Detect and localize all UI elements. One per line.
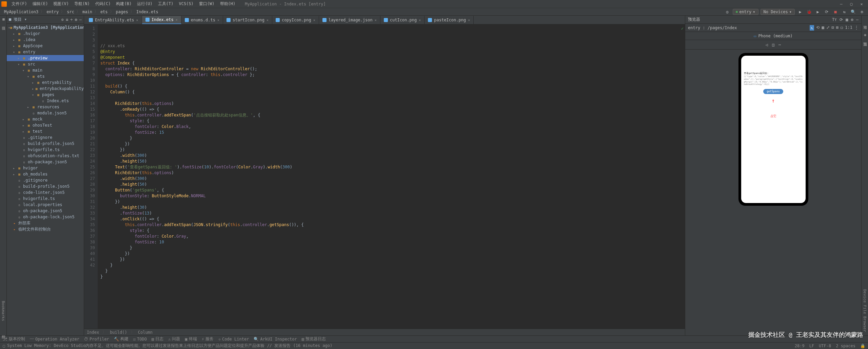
tree-node[interactable]: ▾■pages (7, 92, 84, 98)
refresh-icon[interactable]: ⟳ (840, 17, 843, 22)
tool-window-button[interactable]: 🔍 ArkUI Inspector (254, 337, 297, 342)
tree-node[interactable]: ▫obfuscation-rules.txt (7, 153, 84, 159)
menu-item[interactable]: 窗口(W) (196, 1, 217, 7)
code-content[interactable]: ✓ // xxx.ets@Entry@Componentstruct Index… (98, 24, 685, 329)
tool-window-button[interactable]: ⟐ Code Linter (218, 337, 249, 342)
run-button[interactable]: ▶ (797, 8, 804, 15)
close-button[interactable]: ✕ (856, 1, 867, 7)
collapse-all-icon[interactable]: ÷ (70, 17, 73, 22)
tree-node[interactable]: ▸■.preview (7, 55, 84, 61)
menu-item[interactable]: 运行(U) (134, 1, 155, 7)
debug-button[interactable]: 🐞 (806, 8, 812, 15)
fit-icon[interactable]: ◻ (841, 25, 843, 31)
stop-button[interactable]: ■ (832, 8, 839, 15)
bookmarks-tool-button[interactable]: Bookmarks (1, 301, 5, 321)
tree-node[interactable]: ▸■entrybackupability (7, 86, 84, 92)
tree-node[interactable]: ▫oh-package.json5 (7, 159, 84, 165)
menu-item[interactable]: VCS(S) (176, 1, 196, 7)
font-icon[interactable]: Tᴛ (832, 17, 837, 22)
dual-pane-icon[interactable]: ◫ (772, 42, 774, 47)
menu-item[interactable]: 文件(F) (9, 1, 30, 7)
grid-icon[interactable]: ▦ (822, 25, 824, 31)
status-message[interactable]: System Low Memory: DevEco Studio内存不足。这可能… (7, 343, 332, 349)
ratio-icon[interactable]: 1:1 (845, 25, 852, 31)
tool-window-button[interactable]: 〰 Operation Analyzer (30, 337, 79, 342)
breadcrumb-item[interactable]: build() (110, 330, 127, 335)
indent-setting[interactable]: 2 spaces (836, 344, 855, 348)
refresh-icon[interactable]: ⟳ (823, 8, 830, 15)
tree-node[interactable]: ▾■main (7, 67, 84, 73)
target-icon[interactable]: ◎ (724, 8, 731, 15)
sync-icon[interactable]: ⇆ (841, 8, 848, 15)
tree-node[interactable]: ▫local.properties (7, 202, 84, 208)
tree-node[interactable]: ▾■ets (7, 73, 84, 79)
code-editor[interactable]: 1234567891011121314151617181920212223242… (84, 24, 685, 329)
search-icon[interactable]: 🔍 (850, 8, 856, 15)
tool-window-button[interactable]: ⎇ 版本控制 (3, 336, 25, 342)
pointer-icon[interactable]: ↖ (810, 25, 814, 31)
tree-node[interactable]: ▫build-profile.json5 (7, 183, 84, 189)
grid-icon[interactable]: ▦ (846, 17, 848, 22)
editor-tab[interactable]: startIcon.png× (223, 16, 272, 24)
menu-item[interactable]: 构建(B) (113, 1, 134, 7)
tool-window-button[interactable]: ▣ 终端 (185, 336, 197, 342)
tree-node[interactable]: ▾■entry (7, 49, 84, 55)
expand-icon[interactable]: ⤢ (826, 25, 830, 31)
readonly-icon[interactable]: 🔒 (860, 344, 865, 348)
tree-node[interactable]: ▸■mock (7, 116, 84, 122)
tree-node[interactable]: ▫code-linter.json5 (7, 189, 84, 196)
menu-item[interactable]: 代码(C) (93, 1, 114, 7)
getspans-button[interactable]: getSpans (763, 89, 783, 94)
close-tab-icon[interactable]: × (375, 18, 377, 22)
tree-node[interactable]: ▸■AppScope (7, 43, 84, 49)
tool-window-button[interactable]: 🔨 构建 (114, 336, 129, 342)
inspection-ok-icon[interactable]: ✓ (681, 26, 684, 32)
coverage-button[interactable]: ▶ (814, 8, 821, 15)
tree-node[interactable]: ▸外部库 (7, 220, 84, 226)
breadcrumb-item[interactable]: MyApplication3 (3, 10, 40, 14)
tool-window-button[interactable]: ☑ TODO (133, 337, 147, 342)
settings-icon[interactable]: ⚙ (75, 17, 77, 22)
settings-icon[interactable]: ⚙ (859, 8, 865, 15)
editor-tab[interactable]: pasteIcon.png× (425, 16, 474, 24)
rotate-icon[interactable]: ⟲ (816, 25, 820, 31)
tool-window-button[interactable]: ⏱ Profiler (84, 337, 109, 342)
hide-panel-icon[interactable]: — (79, 17, 82, 22)
breadcrumb-item[interactable]: Column (138, 330, 153, 335)
tree-node[interactable]: ▫Index.ets (7, 98, 84, 104)
breadcrumb-item[interactable]: main (81, 10, 94, 14)
editor-tab[interactable]: layered_image.json× (319, 16, 380, 24)
editor-breadcrumb[interactable]: Index〉build()〉Column (84, 329, 685, 335)
more-icon[interactable]: ⋮ (854, 25, 859, 31)
previewer-tool-button[interactable]: ◉ 预览器 (862, 33, 867, 39)
breadcrumb-item[interactable]: Index.ets (135, 10, 160, 14)
breadcrumb-item[interactable]: ets (99, 10, 109, 14)
maximize-button[interactable]: ▢ (846, 1, 856, 7)
editor-tab[interactable]: enums.d.ts× (181, 16, 223, 24)
run-config-selector[interactable]: entry ▾ (733, 9, 758, 15)
tree-node[interactable]: ▫hvigorfile.ts (7, 147, 84, 153)
tool-window-button[interactable]: ⚠ 问题 (168, 336, 180, 342)
tree-node[interactable]: ▸■.hvigor (7, 31, 84, 37)
project-tree[interactable]: ▾■ MyApplication3 [MyApplication] C:\Use… (7, 24, 84, 335)
cursor-position[interactable]: 28:9 (795, 344, 805, 348)
tree-node[interactable]: ▸临时文件和控制台 (7, 226, 84, 232)
back-icon[interactable]: ◁ (766, 42, 768, 47)
tree-node[interactable]: ▸■test (7, 128, 84, 134)
close-tab-icon[interactable]: × (136, 18, 138, 22)
menu-item[interactable]: 导航(N) (72, 1, 93, 7)
tree-node[interactable]: ▸■resources (7, 104, 84, 110)
file-encoding[interactable]: UTF-8 (819, 344, 831, 348)
editor-tab[interactable]: cutIcon.png× (380, 16, 425, 24)
editor-tab[interactable]: EntryAbility.ets× (85, 16, 142, 24)
tree-node[interactable]: ▸■hvigor (7, 165, 84, 171)
editor-tab[interactable]: Index.ets× (142, 16, 181, 24)
tool-window-button[interactable]: ▤ 预览器日志 (302, 336, 326, 342)
tree-node[interactable]: ▫oh-package-lock.json5 (7, 214, 84, 220)
status-indicator-icon[interactable]: ▢ (3, 344, 5, 348)
tree-node[interactable]: ▸■ohosTest (7, 122, 84, 128)
line-separator[interactable]: LF (809, 344, 814, 348)
tree-node[interactable]: ▸■oh_modules (7, 171, 84, 177)
menu-item[interactable]: 工具(T) (155, 1, 176, 7)
tree-node[interactable]: ▾■src (7, 61, 84, 67)
